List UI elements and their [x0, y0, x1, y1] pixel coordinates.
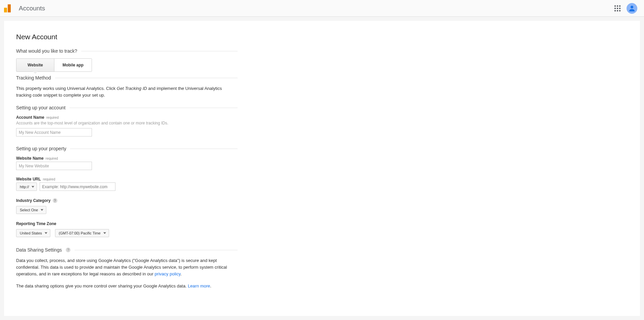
learn-more-link[interactable]: Learn more	[188, 283, 210, 288]
tab-website[interactable]: Website	[16, 59, 54, 71]
reporting-timezone-label: Reporting Time Zone	[16, 221, 238, 226]
analytics-logo-icon	[4, 4, 12, 12]
topbar-right	[614, 3, 637, 14]
tab-mobile-app[interactable]: Mobile app	[54, 59, 92, 71]
section-label: Setting up your property	[16, 146, 66, 151]
website-url-row: http://	[16, 182, 238, 191]
section-setup-account: Setting up your account	[16, 105, 238, 110]
account-name-help: Accounts are the top-most level of organ…	[16, 121, 238, 125]
help-icon[interactable]: ?	[53, 198, 57, 203]
main-content: New Account What would you like to track…	[4, 21, 640, 316]
period: .	[181, 271, 182, 276]
industry-category-block: Industry Category ? Select One	[16, 198, 238, 214]
account-name-label: Account Name required	[16, 115, 238, 120]
label-text: Industry Category	[16, 198, 51, 203]
label-text: Website URL	[16, 177, 41, 181]
section-label: Tracking Method	[16, 75, 51, 81]
user-avatar[interactable]	[627, 3, 637, 14]
website-name-label: Website Name required	[16, 156, 238, 161]
industry-category-select[interactable]: Select One	[16, 206, 46, 214]
period: .	[210, 283, 211, 288]
website-url-input[interactable]	[40, 182, 115, 191]
divider	[70, 149, 238, 149]
data-sharing-paragraph: Data you collect, process, and store usi…	[16, 257, 238, 277]
section-label: Data Sharing Settings	[16, 247, 62, 253]
section-tracking-method: Tracking Method	[16, 75, 238, 81]
timezone-row: United States (GMT-07:00) Pacific Time	[16, 229, 238, 237]
account-name-input[interactable]	[16, 128, 92, 137]
privacy-policy-link[interactable]: privacy policy	[155, 271, 181, 276]
label-text: Website Name	[16, 156, 44, 161]
page-header-title: Accounts	[19, 5, 45, 12]
data-sharing-paragraph-2: The data sharing options give you more c…	[16, 283, 238, 289]
person-icon	[628, 4, 636, 12]
protocol-select[interactable]: http://	[16, 182, 37, 191]
page-title: New Account	[16, 33, 238, 41]
divider	[55, 78, 238, 78]
industry-category-label: Industry Category ?	[16, 198, 238, 203]
divider	[69, 108, 238, 108]
section-setup-property: Setting up your property	[16, 146, 238, 151]
section-label: Setting up your account	[16, 105, 65, 110]
svg-point-0	[631, 6, 633, 8]
apps-grid-icon[interactable]	[614, 5, 621, 11]
label-text: Reporting Time Zone	[16, 221, 56, 226]
tracking-cta-text: Get Tracking ID	[117, 86, 147, 91]
track-type-tabs: Website Mobile app	[16, 58, 92, 72]
ds-text-2: The data sharing options give you more c…	[16, 283, 188, 288]
website-name-input[interactable]	[16, 162, 92, 170]
divider	[75, 250, 238, 250]
required-tag: required	[46, 116, 59, 119]
website-url-label: Website URL required	[16, 177, 238, 181]
ds-text: Data you collect, process, and store usi…	[16, 258, 227, 276]
timezone-offset-select[interactable]: (GMT-07:00) Pacific Time	[55, 229, 109, 237]
tracking-method-description: This property works using Universal Anal…	[16, 85, 238, 98]
top-bar: Accounts	[0, 0, 644, 17]
required-tag: required	[43, 177, 55, 181]
help-icon[interactable]: ?	[66, 248, 70, 252]
section-data-sharing: Data Sharing Settings ?	[16, 247, 238, 253]
timezone-country-select[interactable]: United States	[16, 229, 50, 237]
required-tag: required	[46, 157, 58, 160]
section-track-question: What would you like to track?	[16, 48, 238, 54]
section-label: What would you like to track?	[16, 48, 77, 54]
label-text: Account Name	[16, 115, 44, 120]
divider	[81, 51, 238, 51]
tracking-text-pre: This property works using Universal Anal…	[16, 86, 117, 91]
topbar-left: Accounts	[4, 4, 45, 12]
